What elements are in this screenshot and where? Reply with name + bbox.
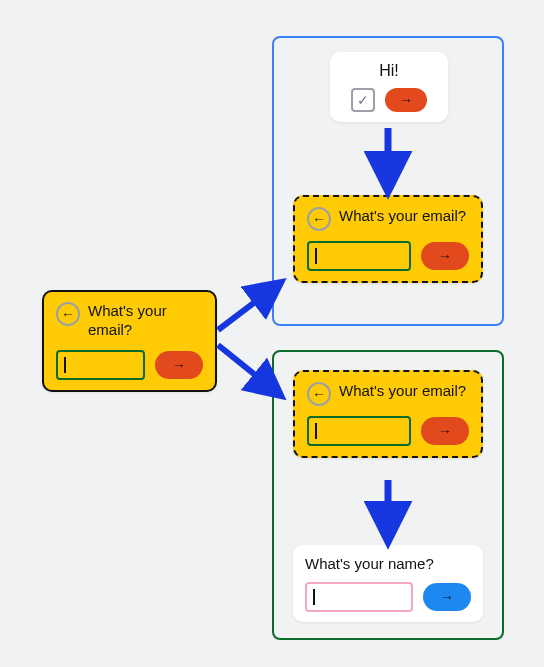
name-title: What's your name?: [305, 555, 471, 574]
name-input[interactable]: [305, 582, 413, 612]
forward-arrow-glyph: →: [172, 358, 186, 372]
back-icon[interactable]: ←: [56, 302, 80, 326]
input-cursor: [313, 589, 315, 605]
email-input[interactable]: [307, 241, 411, 271]
check-icon: ✓: [357, 92, 369, 108]
email-input[interactable]: [307, 416, 411, 446]
forward-arrow-glyph: →: [438, 424, 452, 438]
hi-card: Hi! ✓ →: [330, 52, 448, 122]
card-title: What's your email?: [339, 207, 466, 226]
arrow-to-blue: [218, 283, 280, 330]
submit-button[interactable]: →: [421, 242, 469, 270]
diagram-canvas: ← What's your email? → Hi! ✓ →: [0, 0, 544, 667]
name-card: What's your name? →: [293, 545, 483, 622]
card-title: What's your email?: [88, 302, 203, 340]
back-arrow-glyph: ←: [61, 307, 75, 321]
back-icon[interactable]: ←: [307, 382, 331, 406]
card-title: What's your email?: [339, 382, 466, 401]
arrow-to-green: [218, 345, 280, 395]
hi-title: Hi!: [342, 62, 436, 80]
email-input[interactable]: [56, 350, 145, 380]
submit-button[interactable]: →: [423, 583, 471, 611]
back-arrow-glyph: ←: [312, 387, 326, 401]
submit-button[interactable]: →: [155, 351, 203, 379]
blue-email-card: ← What's your email? →: [293, 195, 483, 283]
input-cursor: [315, 248, 317, 264]
forward-arrow-glyph: →: [399, 93, 413, 107]
source-email-card: ← What's your email? →: [42, 290, 217, 392]
green-email-card: ← What's your email? →: [293, 370, 483, 458]
forward-arrow-glyph: →: [440, 590, 454, 604]
hi-submit-button[interactable]: →: [385, 88, 427, 112]
submit-button[interactable]: →: [421, 417, 469, 445]
back-icon[interactable]: ←: [307, 207, 331, 231]
input-cursor: [64, 357, 66, 373]
input-cursor: [315, 423, 317, 439]
back-arrow-glyph: ←: [312, 212, 326, 226]
hi-checkbox[interactable]: ✓: [351, 88, 375, 112]
forward-arrow-glyph: →: [438, 249, 452, 263]
